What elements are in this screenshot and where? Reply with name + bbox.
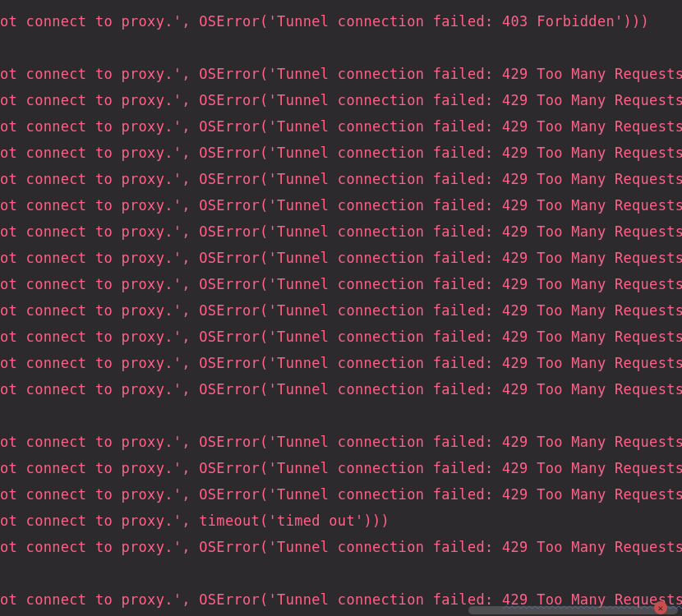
- log-line: ot connect to proxy.', OSError('Tunnel c…: [0, 218, 682, 245]
- log-line: ot connect to proxy.', OSError('Tunnel c…: [0, 87, 682, 113]
- terminal-output[interactable]: ot connect to proxy.', OSError('Tunnel c…: [0, 0, 682, 613]
- log-line: ot connect to proxy.', OSError('Tunnel c…: [0, 245, 682, 271]
- log-line: ot connect to proxy.', OSError('Tunnel c…: [0, 534, 682, 560]
- log-line: ot connect to proxy.', OSError('Tunnel c…: [0, 192, 682, 218]
- log-line: ot connect to proxy.', OSError('Tunnel c…: [0, 429, 682, 455]
- log-line: ot connect to proxy.', OSError('Tunnel c…: [0, 350, 682, 376]
- log-line: ot connect to proxy.', OSError('Tunnel c…: [0, 481, 682, 508]
- log-line: ot connect to proxy.', timeout('timed ou…: [0, 508, 682, 534]
- log-line: ot connect to proxy.', OSError('Tunnel c…: [0, 166, 682, 192]
- log-line: ot connect to proxy.', OSError('Tunnel c…: [0, 297, 682, 324]
- log-line: ot connect to proxy.', OSError('Tunnel c…: [0, 113, 682, 140]
- log-line: ot connect to proxy.', OSError('Tunnel c…: [0, 61, 682, 87]
- log-line: ot connect to proxy.', OSError('Tunnel c…: [0, 455, 682, 481]
- log-line: [0, 560, 682, 586]
- error-status-icon[interactable]: [654, 601, 667, 614]
- log-line: [0, 402, 682, 429]
- log-line: ot connect to proxy.', OSError('Tunnel c…: [0, 376, 682, 402]
- horizontal-scrollbar-thumb[interactable]: [468, 606, 678, 614]
- log-line: [0, 34, 682, 61]
- log-line: ot connect to proxy.', OSError('Tunnel c…: [0, 8, 682, 34]
- log-line: ot connect to proxy.', OSError('Tunnel c…: [0, 271, 682, 297]
- log-line: ot connect to proxy.', OSError('Tunnel c…: [0, 324, 682, 350]
- log-line: ot connect to proxy.', OSError('Tunnel c…: [0, 140, 682, 166]
